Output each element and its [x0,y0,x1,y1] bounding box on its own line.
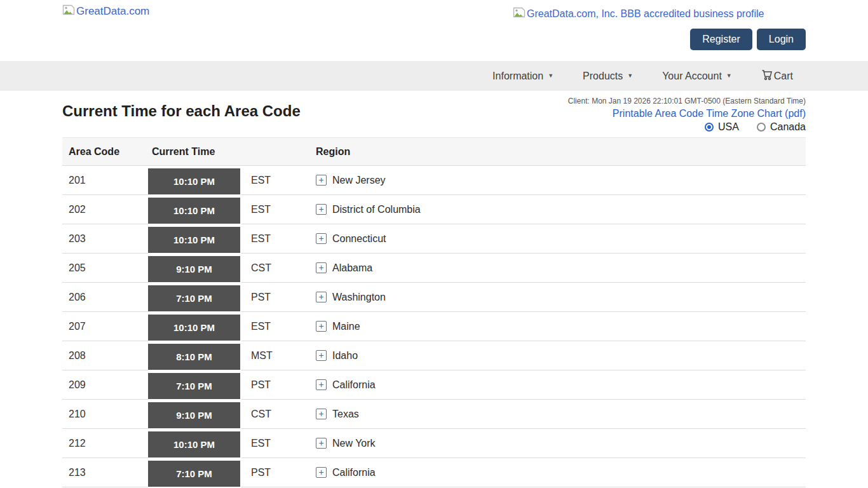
expand-plus-icon[interactable]: + [316,467,327,478]
nav-item-cart[interactable]: Cart [761,69,793,83]
table-row: 212 10:10 PM EST + New York [62,429,806,458]
area-code-cell: 201 [62,166,148,195]
nav-label: Information [492,71,543,82]
nav-item-information[interactable]: Information ▼ [492,71,553,82]
time-cell: 10:10 PM [148,195,241,224]
table-row: 203 10:10 PM EST + Connecticut [62,224,806,254]
time-cell: 8:10 PM [148,341,241,370]
expand-plus-icon[interactable]: + [316,175,327,186]
timezone-cell: EST [241,224,316,254]
expand-plus-icon[interactable]: + [316,321,327,332]
area-code-table-body: 201 10:10 PM EST + New Jersey 202 10:10 … [62,166,806,488]
page-title: Current Time for each Area Code [62,102,301,120]
region-cell: + New Jersey [316,166,806,195]
nav-item-your-account[interactable]: Your Account ▼ [662,71,732,82]
bbb-accredited-link[interactable]: GreatData.com, Inc. BBB accredited busin… [513,7,764,20]
time-cell: 7:10 PM [148,283,241,312]
printable-chart-link[interactable]: Printable Area Code Time Zone Chart (pdf… [613,107,806,120]
register-button[interactable]: Register [690,29,752,50]
canada-radio-label: Canada [770,121,806,133]
region-name: Maine [332,321,360,332]
time-cell: 7:10 PM [148,370,241,400]
area-code-cell: 207 [62,312,148,341]
logo-alt-text: GreatData.com [76,5,149,18]
region-name: District of Columbia [332,204,421,215]
expand-plus-icon[interactable]: + [316,350,327,361]
current-time-display: 7:10 PM [148,373,240,399]
current-time-display: 10:10 PM [148,227,240,253]
nav-label: Your Account [662,71,722,82]
region-name: California [332,379,376,391]
expand-plus-icon[interactable]: + [316,409,327,419]
bbb-alt-text: GreatData.com, Inc. BBB accredited busin… [527,8,764,20]
timezone-cell: MST [241,341,316,370]
region-cell: + Alabama [316,254,806,283]
expand-plus-icon[interactable]: + [316,233,327,244]
region-name: New York [332,438,376,449]
header-spacer [241,138,316,165]
main-content: Client: Mon Jan 19 2026 22:10:01 GMT-050… [62,91,806,488]
timezone-cell: PST [241,458,316,487]
table-row: 208 8:10 PM MST + Idaho [62,341,806,370]
region-cell: + Maine [316,312,806,341]
area-code-cell: 212 [62,429,148,458]
current-time-display: 10:10 PM [148,198,240,224]
chevron-down-icon: ▼ [548,73,553,79]
timezone-cell: EST [241,429,316,458]
expand-plus-icon[interactable]: + [316,379,327,390]
table-row: 213 7:10 PM PST + California [62,458,806,487]
chevron-down-icon: ▼ [627,73,633,79]
radio-selected-icon[interactable] [705,123,714,132]
timezone-cell: PST [241,370,316,400]
region-cell: + District of Columbia [316,195,806,224]
region-name: Texas [332,409,359,420]
radio-unselected-icon[interactable] [757,123,766,132]
login-button[interactable]: Login [757,29,806,50]
region-cell: + California [316,458,806,487]
table-row: 207 10:10 PM EST + Maine [62,312,806,341]
time-cell: 9:10 PM [148,254,241,283]
country-selector: USA Canada [62,121,806,133]
area-code-cell: 202 [62,195,148,224]
region-name: California [332,467,376,478]
main-navbar: Information ▼ Products ▼ Your Account ▼ … [0,61,868,91]
expand-plus-icon[interactable]: + [316,438,327,449]
header-area-code: Area Code [62,138,148,165]
region-name: Washington [332,292,386,303]
region-cell: + New York [316,429,806,458]
usa-radio-option[interactable]: USA [705,121,739,133]
timezone-cell: CST [241,400,316,429]
expand-plus-icon[interactable]: + [316,292,327,302]
timezone-cell: EST [241,166,316,195]
region-cell: + Connecticut [316,224,806,254]
table-header-row: Area Code Current Time Region [62,137,806,166]
area-code-cell: 206 [62,283,148,312]
current-time-display: 9:10 PM [148,256,240,282]
header-current-time: Current Time [148,138,241,165]
current-time-display: 10:10 PM [148,431,240,458]
timezone-cell: EST [241,312,316,341]
canada-radio-option[interactable]: Canada [757,121,806,133]
time-cell: 10:10 PM [148,312,241,341]
region-name: Alabama [332,262,372,274]
nav-label: Cart [774,71,793,82]
expand-plus-icon[interactable]: + [316,204,327,215]
top-header: GreatData.com GreatData.com, Inc. BBB ac… [0,0,868,61]
table-row: 202 10:10 PM EST + District of Columbia [62,195,806,224]
expand-plus-icon[interactable]: + [316,262,327,273]
current-time-display: 7:10 PM [148,461,240,487]
timezone-cell: CST [241,254,316,283]
region-name: Idaho [332,350,358,362]
auth-buttons: Register Login [690,29,806,50]
region-cell: + Texas [316,400,806,429]
area-code-cell: 210 [62,400,148,429]
logo-link[interactable]: GreatData.com [62,4,149,18]
table-row: 205 9:10 PM CST + Alabama [62,254,806,283]
time-cell: 10:10 PM [148,166,241,195]
header-region: Region [316,138,806,165]
area-code-table: Area Code Current Time Region 201 10:10 … [62,137,806,488]
timezone-cell: EST [241,195,316,224]
nav-label: Products [583,71,623,82]
current-time-display: 10:10 PM [148,315,240,341]
nav-item-products[interactable]: Products ▼ [583,71,633,82]
